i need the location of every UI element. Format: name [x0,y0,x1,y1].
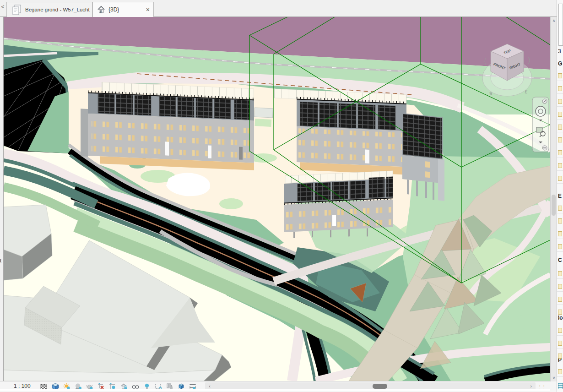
panel-row-divider [557,170,563,171]
panel-row-divider [557,93,563,94]
vertical-scrollbar[interactable]: ∧ ∨ [550,17,557,381]
panel-row-divider [557,158,563,158]
panel-row-icon-fragment [558,328,562,333]
tab-begane-grond[interactable]: Begane grond - W57_Lucht [6,2,92,17]
scroll-up-icon[interactable]: ∧ [551,17,557,24]
panel-row-divider [557,226,563,226]
panel-teal-icon [558,383,563,389]
left-edge-text-fragment: t [0,258,4,263]
panel-row-icon-fragment [558,218,562,223]
panel-row-divider [557,348,563,348]
panel-row-divider [557,335,563,336]
scroll-down-icon[interactable]: ∨ [551,374,557,381]
panel-row-icon-fragment [558,341,562,346]
status-strip [0,389,550,391]
panel-row-divider [557,239,563,239]
panel-fragment: 3 [558,48,561,54]
panel-row-divider [557,251,563,252]
panel-row-icon-fragment [558,150,562,155]
tab-label: {3D} [108,6,119,13]
panel-row-icon-fragment [558,244,562,249]
steering-wheel-icon[interactable] [536,106,546,116]
floor-plan-document-icon [11,4,22,16]
panel-row-icon-fragment [558,284,562,289]
panel-row-divider [557,106,563,107]
right-panel-clipped: 3 G E C lo P [557,0,563,392]
panel-row-icon-fragment [558,369,562,374]
navbar-close-icon[interactable] [542,99,547,103]
tab-scroll-left-icon[interactable]: < [0,4,5,13]
panel-row-divider [557,291,563,292]
3d-viewport[interactable]: TOP FRONT RIGHT S E [4,17,550,381]
panel-row-divider [557,278,563,279]
panel-row-icon-fragment [558,137,562,142]
panel-row-divider [557,81,563,81]
home-icon [97,5,105,14]
panel-row-divider [557,304,563,305]
panel-fragment: C [558,257,562,263]
panel-row-divider [557,361,563,361]
panel-row-divider [557,376,563,377]
resize-grip[interactable]: ⋮⋮ [538,385,543,389]
view-tab-bar: < Begane grond - W57_Lucht {3D} × [0,0,563,17]
panel-row-icon-fragment [558,99,562,104]
panel-row-icon-fragment [558,125,562,130]
close-tab-icon[interactable]: × [146,6,150,13]
left-collapsed-panel-edge[interactable]: t [0,17,4,381]
building-left [81,81,254,170]
panel-fragment: E [558,193,562,199]
zoom-out-icon[interactable] [542,146,547,150]
tab-label: Begane grond - W57_Lucht [25,7,90,12]
panel-row-icon-fragment [558,271,562,276]
tab-3d[interactable]: {3D} × [92,2,154,17]
view-scale-button[interactable]: 1 : 100 [14,383,31,389]
panel-row-icon-fragment [558,112,562,117]
panel-row-icon-fragment [558,231,562,236]
vertical-scrollbar-thumb[interactable] [552,195,556,216]
panel-row-divider [557,119,563,120]
panel-row-divider [557,183,563,184]
navigation-bar[interactable] [532,97,549,152]
panel-row-icon-fragment [558,176,562,181]
panel-row-icon-fragment [558,297,562,302]
type-selector-fragment [558,4,563,46]
panel-row-icon-fragment [558,354,562,359]
panel-row-icon-fragment [558,73,562,78]
panel-row-divider [557,132,563,132]
panel-row-icon-fragment [558,86,562,91]
panel-row-divider [557,213,563,213]
panel-fragment: G [558,60,562,67]
panel-row-divider [557,145,563,145]
panel-row-divider [557,317,563,317]
panel-row-icon-fragment [558,206,562,211]
panel-row-icon-fragment [558,163,562,168]
panel-fragment: lo [558,315,563,321]
horizontal-scrollbar-thumb[interactable] [373,384,387,389]
panel-row-icon-fragment [558,310,562,315]
